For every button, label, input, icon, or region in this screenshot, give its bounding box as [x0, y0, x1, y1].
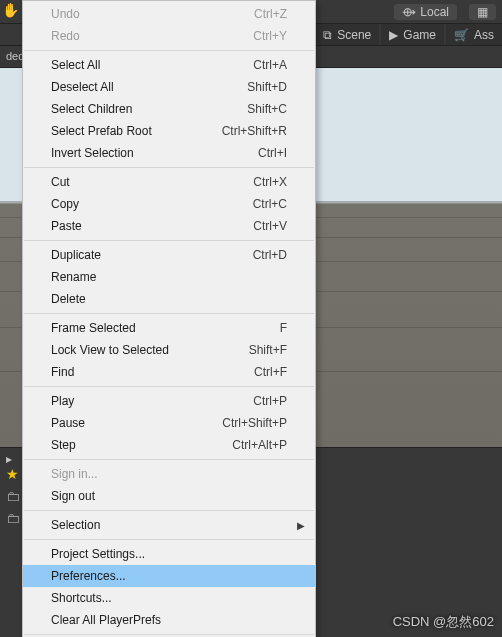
menu-item-delete[interactable]: Delete: [23, 288, 315, 310]
menu-separator: [24, 459, 314, 460]
menu-item-play[interactable]: PlayCtrl+P: [23, 390, 315, 412]
menu-separator: [24, 634, 314, 635]
menu-item-shortcut: Ctrl+A: [253, 58, 287, 72]
menu-item-shortcut: Ctrl+C: [253, 197, 287, 211]
menu-item-duplicate[interactable]: DuplicateCtrl+D: [23, 244, 315, 266]
scene-icon: ⧉: [323, 28, 332, 42]
menu-item-label: Select Children: [51, 102, 239, 116]
menu-item-deselect-all[interactable]: Deselect AllShift+D: [23, 76, 315, 98]
menu-item-label: Invert Selection: [51, 146, 250, 160]
menu-item-shortcut: Ctrl+Shift+R: [222, 124, 287, 138]
menu-item-label: Redo: [51, 29, 245, 43]
menu-item-label: Sign in...: [51, 467, 287, 481]
menu-item-label: Clear All PlayerPrefs: [51, 613, 287, 627]
menu-separator: [24, 167, 314, 168]
local-label: Local: [420, 5, 449, 19]
menu-item-shortcut: Ctrl+I: [258, 146, 287, 160]
menu-separator: [24, 386, 314, 387]
snap-toggle[interactable]: ▦: [469, 4, 496, 20]
menu-item-select-all[interactable]: Select AllCtrl+A: [23, 54, 315, 76]
menu-item-copy[interactable]: CopyCtrl+C: [23, 193, 315, 215]
menu-item-project-settings[interactable]: Project Settings...: [23, 543, 315, 565]
menu-item-selection[interactable]: Selection▶: [23, 514, 315, 536]
menu-item-lock-view-to-selected[interactable]: Lock View to SelectedShift+F: [23, 339, 315, 361]
menu-item-shortcut: F: [280, 321, 287, 335]
cart-icon: 🛒: [454, 28, 469, 42]
menu-item-label: Frame Selected: [51, 321, 272, 335]
menu-item-label: Cut: [51, 175, 245, 189]
menu-item-step[interactable]: StepCtrl+Alt+P: [23, 434, 315, 456]
menu-item-rename[interactable]: Rename: [23, 266, 315, 288]
menu-item-sign-out[interactable]: Sign out: [23, 485, 315, 507]
menu-item-shortcut: Ctrl+P: [253, 394, 287, 408]
menu-item-shortcut: Ctrl+Z: [254, 7, 287, 21]
menu-item-shortcut: Ctrl+Y: [253, 29, 287, 43]
menu-item-redo: RedoCtrl+Y: [23, 25, 315, 47]
menu-item-label: Select Prefab Root: [51, 124, 214, 138]
menu-item-invert-selection[interactable]: Invert SelectionCtrl+I: [23, 142, 315, 164]
menu-item-label: Undo: [51, 7, 246, 21]
local-icon: ⟴: [402, 5, 416, 19]
local-toggle[interactable]: ⟴ Local: [394, 4, 457, 20]
menu-item-select-children[interactable]: Select ChildrenShift+C: [23, 98, 315, 120]
menu-item-label: Preferences...: [51, 569, 287, 583]
menu-item-shortcuts[interactable]: Shortcuts...: [23, 587, 315, 609]
menu-item-shortcut: Ctrl+V: [253, 219, 287, 233]
grid-snap-icon: ▦: [477, 5, 488, 19]
menu-item-paste[interactable]: PasteCtrl+V: [23, 215, 315, 237]
menu-item-label: Duplicate: [51, 248, 245, 262]
hand-tool-icon[interactable]: ✋: [2, 2, 19, 18]
menu-item-shortcut: Ctrl+X: [253, 175, 287, 189]
menu-item-shortcut: Ctrl+Shift+P: [222, 416, 287, 430]
edit-context-menu[interactable]: UndoCtrl+ZRedoCtrl+YSelect AllCtrl+ADese…: [22, 0, 316, 637]
menu-item-preferences[interactable]: Preferences...: [23, 565, 315, 587]
menu-item-shortcut: Ctrl+Alt+P: [232, 438, 287, 452]
menu-item-label: Paste: [51, 219, 245, 233]
menu-separator: [24, 510, 314, 511]
menu-item-label: Play: [51, 394, 245, 408]
menu-item-label: Step: [51, 438, 224, 452]
tab-assetstore[interactable]: 🛒 Ass: [446, 24, 502, 45]
menu-item-shortcut: Shift+D: [247, 80, 287, 94]
menu-item-label: Sign out: [51, 489, 287, 503]
menu-item-clear-all-playerprefs[interactable]: Clear All PlayerPrefs: [23, 609, 315, 631]
tab-scene[interactable]: ⧉ Scene: [315, 24, 379, 45]
menu-item-label: Shortcuts...: [51, 591, 287, 605]
menu-separator: [24, 313, 314, 314]
menu-item-label: Delete: [51, 292, 287, 306]
menu-item-undo: UndoCtrl+Z: [23, 3, 315, 25]
menu-item-sign-in: Sign in...: [23, 463, 315, 485]
menu-item-shortcut: Shift+C: [247, 102, 287, 116]
menu-item-pause[interactable]: PauseCtrl+Shift+P: [23, 412, 315, 434]
game-icon: ▶: [389, 28, 398, 42]
tab-game[interactable]: ▶ Game: [381, 24, 444, 45]
tab-asset-label: Ass: [474, 28, 494, 42]
chevron-right-icon: ▶: [297, 520, 305, 531]
menu-item-select-prefab-root[interactable]: Select Prefab RootCtrl+Shift+R: [23, 120, 315, 142]
menu-item-cut[interactable]: CutCtrl+X: [23, 171, 315, 193]
menu-item-shortcut: Ctrl+F: [254, 365, 287, 379]
menu-item-find[interactable]: FindCtrl+F: [23, 361, 315, 383]
tab-scene-label: Scene: [337, 28, 371, 42]
menu-item-label: Deselect All: [51, 80, 239, 94]
menu-item-label: Rename: [51, 270, 287, 284]
watermark: CSDN @忽然602: [393, 613, 494, 631]
menu-separator: [24, 50, 314, 51]
menu-item-label: Project Settings...: [51, 547, 287, 561]
menu-separator: [24, 539, 314, 540]
menu-item-frame-selected[interactable]: Frame SelectedF: [23, 317, 315, 339]
menu-item-label: Pause: [51, 416, 214, 430]
menu-item-label: Selection: [51, 518, 287, 532]
menu-item-shortcut: Shift+F: [249, 343, 287, 357]
menu-item-label: Copy: [51, 197, 245, 211]
menu-item-shortcut: Ctrl+D: [253, 248, 287, 262]
tab-game-label: Game: [403, 28, 436, 42]
favorites-icon[interactable]: ★: [6, 466, 19, 482]
menu-item-label: Select All: [51, 58, 245, 72]
menu-item-label: Find: [51, 365, 246, 379]
menu-separator: [24, 240, 314, 241]
menu-item-label: Lock View to Selected: [51, 343, 241, 357]
